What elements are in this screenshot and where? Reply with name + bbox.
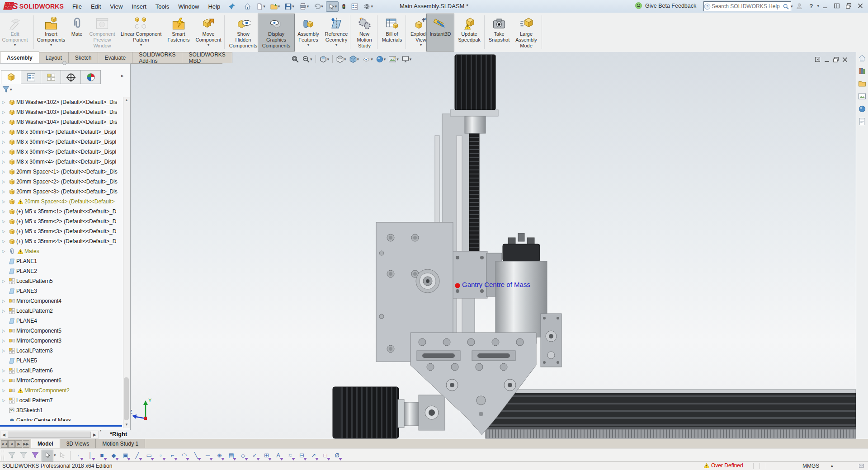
- panel-tab-displaymanager[interactable]: [80, 70, 101, 84]
- save-button[interactable]: ▾: [283, 1, 296, 12]
- menu-help[interactable]: Help: [203, 1, 225, 12]
- mate-button[interactable]: Mate: [66, 14, 88, 52]
- expand-arrow-icon[interactable]: ▷: [0, 348, 7, 353]
- doc-tab-3d-views[interactable]: 3D Views: [60, 439, 96, 449]
- exploded-view-dropdown-icon[interactable]: ▾: [420, 43, 422, 47]
- view-orientation-dropdown-icon[interactable]: ▾: [344, 57, 346, 61]
- search-input[interactable]: [711, 3, 783, 9]
- filter-axes-button[interactable]: ╱: [132, 450, 143, 461]
- tree-item[interactable]: 3D3DSketch1: [0, 405, 122, 415]
- expand-arrow-icon[interactable]: ▷: [0, 329, 7, 333]
- large-assembly-mode-button[interactable]: LargeAssemblyMode: [512, 14, 541, 52]
- filter-dimensions-button[interactable]: ▤: [226, 450, 237, 461]
- menu-view[interactable]: View: [105, 1, 127, 12]
- tree-item[interactable]: ▷M8 x 30mm<4> (Default<<Default>_Displ: [0, 157, 122, 167]
- undo-button[interactable]: ▾: [311, 1, 325, 12]
- panel-splitter-dot[interactable]: [62, 61, 66, 65]
- panel-flyout-icon[interactable]: ▸: [121, 73, 124, 79]
- tree-item[interactable]: ▷20mm Spacer<3> (Default<<Default>_Dis: [0, 187, 122, 197]
- filter-dropdown-icon[interactable]: ▾: [10, 88, 12, 92]
- expand-arrow-icon[interactable]: ▷: [0, 100, 7, 104]
- display-style-dropdown-icon[interactable]: ▾: [357, 57, 359, 61]
- print-button[interactable]: ▾: [297, 1, 311, 12]
- filter-cosmetic-threads-button[interactable]: □: [320, 450, 331, 461]
- filter-blocks-button[interactable]: Ø: [332, 450, 343, 461]
- expand-arrow-icon[interactable]: ▷: [0, 299, 7, 303]
- restore-button[interactable]: [831, 56, 840, 63]
- filter-surface-finish-button[interactable]: ◇: [238, 450, 249, 461]
- new-document-dropdown-icon[interactable]: ▾: [263, 5, 265, 9]
- expand-arrow-icon[interactable]: ▷: [0, 249, 7, 254]
- select-dropdown-icon[interactable]: ▾: [54, 453, 56, 457]
- split-view-button[interactable]: [831, 1, 843, 11]
- filter-geometric-tolerances-button[interactable]: ✓: [250, 450, 260, 461]
- filter-toggle-button[interactable]: [6, 450, 17, 461]
- search-dropdown-icon[interactable]: ▾: [791, 5, 793, 9]
- tree-item[interactable]: ▷LocalLPattern3: [0, 346, 122, 356]
- tree-vertical-scrollbar[interactable]: ▲ ▼: [123, 97, 130, 428]
- tree-item[interactable]: ▷LocalLPattern5: [0, 276, 122, 286]
- filter-surface-bodies-button[interactable]: ◆: [108, 450, 119, 461]
- panel-tab-configurationmanager[interactable]: [41, 70, 61, 84]
- tree-item[interactable]: ▷20mm Spacer<4> (Default<<Default>: [0, 197, 122, 207]
- design-library-tab[interactable]: [856, 65, 868, 77]
- show-hidden-components-button[interactable]: ShowHiddenComponents: [225, 14, 261, 52]
- custom-properties-tab[interactable]: [856, 115, 868, 128]
- expand-arrow-icon[interactable]: ▷: [0, 378, 7, 383]
- filter-funnel-icon[interactable]: [2, 85, 10, 94]
- expand-arrow-icon[interactable]: ▷: [0, 229, 7, 234]
- close-button[interactable]: [840, 56, 849, 63]
- tree-item[interactable]: ▷(+) M5 x 35mm<1> (Default<<Default>_D: [0, 207, 122, 216]
- filter-datums-button[interactable]: A: [273, 450, 284, 461]
- minimize-button[interactable]: [819, 1, 831, 11]
- expand-arrow-icon[interactable]: ▷: [0, 130, 7, 134]
- expand-arrow-icon[interactable]: ▷: [0, 398, 7, 403]
- edit-appearance-dropdown-icon[interactable]: ▾: [384, 57, 386, 61]
- user-account-icon[interactable]: [793, 1, 805, 11]
- expand-arrow-icon[interactable]: ▷: [0, 160, 7, 164]
- beta-feedback[interactable]: Give Beta Feedback: [635, 2, 696, 9]
- units-selector[interactable]: MMGS: [802, 463, 819, 469]
- filter-notes-button[interactable]: ⊞: [261, 450, 272, 461]
- filter-center-marks-button[interactable]: ─: [203, 450, 213, 461]
- panel-horizontal-scrollbar[interactable]: ◀ ▶: [0, 431, 99, 439]
- select-cursor-button[interactable]: [42, 450, 53, 461]
- zoom-to-fit-button[interactable]: [290, 55, 301, 64]
- panel-tab-propertymanager[interactable]: [21, 70, 41, 84]
- linear-component-pattern-dropdown-icon[interactable]: ▾: [140, 43, 142, 47]
- expand-arrow-icon[interactable]: ▷: [0, 219, 7, 224]
- solidworks-resources-tab[interactable]: [856, 52, 868, 65]
- new-motion-study-button[interactable]: NewMotionStudy: [352, 14, 377, 52]
- open-dropdown-icon[interactable]: ▾: [278, 5, 280, 9]
- tree-item[interactable]: ▷M8 x 30mm<3> (Default<<Default>_Displ: [0, 147, 122, 157]
- filter-solid-bodies-button[interactable]: ▣: [120, 450, 131, 461]
- scroll-left-icon[interactable]: ◀: [0, 432, 7, 437]
- zoom-to-area-dropdown-icon[interactable]: ▾: [310, 57, 312, 61]
- tree-item[interactable]: PLANE3: [0, 286, 122, 296]
- expand-arrow-icon[interactable]: ▷: [0, 179, 7, 184]
- apply-scene-button[interactable]: ▾: [387, 55, 400, 64]
- tree-item[interactable]: PLANE2: [0, 266, 122, 276]
- doc-tab-model[interactable]: Model: [31, 439, 60, 449]
- apply-scene-dropdown-icon[interactable]: ▾: [396, 57, 399, 61]
- tab-sketch[interactable]: Sketch: [68, 52, 99, 63]
- tree-item[interactable]: ▷20mm Spacer<2> (Default<<Default>_Dis: [0, 177, 122, 187]
- select-button[interactable]: ▾: [326, 1, 339, 12]
- select-dropdown-icon[interactable]: ▾: [335, 5, 337, 9]
- tree-item[interactable]: ▷MirrorComponent4: [0, 296, 122, 306]
- expand-arrow-icon[interactable]: ▷: [0, 368, 7, 373]
- restore-button[interactable]: [843, 1, 854, 11]
- tree-item[interactable]: ▷LocalLPattern7: [0, 395, 122, 405]
- scroll-right-icon[interactable]: ▶: [91, 432, 98, 437]
- tree-item[interactable]: ▷(+) M5 x 35mm<4> (Default<<Default>_D: [0, 236, 122, 246]
- tree-item[interactable]: Gantry Centre of Mass: [0, 415, 122, 421]
- tree-item[interactable]: ▷M8 Washer<102> (Default<<Default>_Dis: [0, 97, 122, 107]
- assembly-features-button[interactable]: AssemblyFeatures▾: [294, 14, 323, 52]
- linear-component-pattern-button[interactable]: Linear ComponentPattern▾: [118, 14, 164, 52]
- display-graphics-components-button[interactable]: DisplayGraphicsComponents: [258, 14, 295, 52]
- rollback-bar[interactable]: [0, 425, 122, 427]
- tab-solidworks-mbd[interactable]: SOLIDWORKS MBD: [182, 52, 232, 63]
- smart-fasteners-button[interactable]: SmartFasteners: [164, 14, 193, 52]
- tree-item[interactable]: ▷(+) M5 x 35mm<2> (Default<<Default>_D: [0, 216, 122, 226]
- toolbar-grip[interactable]: [1, 451, 4, 461]
